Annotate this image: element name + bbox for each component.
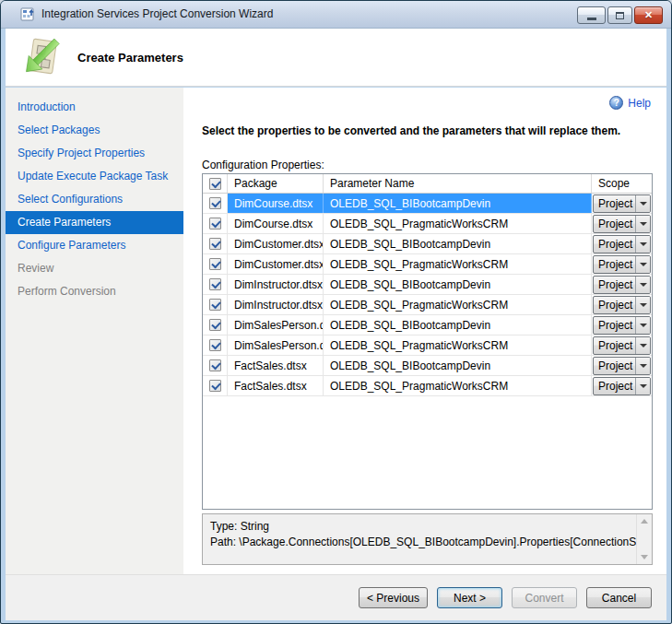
close-icon: ✕	[644, 10, 653, 20]
table-row[interactable]: DimCourse.dtsx OLEDB_SQL_PragmaticWorksC…	[203, 214, 652, 234]
row-package: DimCourse.dtsx	[228, 194, 324, 213]
row-scope-dropdown[interactable]: Project	[593, 336, 651, 355]
wizard-header: Create Parameters	[6, 29, 666, 87]
row-checkbox[interactable]	[209, 359, 221, 371]
configuration-properties-grid: Package Parameter Name Scope DimCourse.d…	[202, 173, 653, 510]
row-package: DimCustomer.dtsx	[228, 254, 324, 274]
property-type-text: Type: String	[210, 519, 630, 535]
wizard-steps-sidebar: IntroductionSelect PackagesSpecify Proje…	[6, 88, 185, 574]
row-scope-dropdown[interactable]: Project	[593, 255, 651, 274]
row-checkbox[interactable]	[209, 238, 221, 250]
scroll-up-icon[interactable]	[641, 519, 648, 524]
table-row[interactable]: DimCustomer.dtsx OLEDB_SQL_PragmaticWork…	[203, 254, 652, 275]
row-parameter: OLEDB_SQL_PragmaticWorksCRM	[324, 295, 592, 314]
row-checkbox[interactable]	[209, 278, 221, 290]
row-checkbox[interactable]	[209, 339, 221, 351]
row-checkbox[interactable]	[209, 258, 221, 270]
next-button[interactable]: Next >	[437, 587, 502, 608]
dropdown-arrow-icon[interactable]	[635, 195, 650, 212]
help-label: Help	[628, 97, 651, 110]
row-scope-value: Project	[594, 218, 635, 230]
row-checkbox-cell	[203, 275, 228, 294]
sidebar-item-perform-conversion: Perform Conversion	[6, 280, 183, 303]
sidebar-item-create-parameters[interactable]: Create Parameters	[6, 211, 183, 234]
table-row[interactable]: FactSales.dtsx OLEDB_SQL_BIBootcampDevin…	[203, 356, 652, 376]
table-row[interactable]: DimInstructor.dtsx OLEDB_SQL_PragmaticWo…	[203, 295, 652, 315]
row-scope-value: Project	[594, 319, 635, 332]
property-path-text: Path: \Package.Connections[OLEDB_SQL_BIB…	[210, 535, 630, 550]
help-link[interactable]: ? Help	[609, 96, 651, 110]
row-checkbox[interactable]	[209, 319, 221, 331]
row-checkbox[interactable]	[209, 197, 221, 209]
row-scope-cell: Project	[592, 275, 652, 294]
minimize-button[interactable]	[577, 6, 606, 24]
cancel-button[interactable]: Cancel	[586, 587, 652, 608]
row-package: DimCustomer.dtsx	[228, 234, 324, 253]
row-package: DimSalesPerson.dtsx	[228, 315, 324, 335]
table-row[interactable]: DimSalesPerson.dtsx OLEDB_SQL_PragmaticW…	[203, 336, 652, 356]
row-checkbox[interactable]	[209, 218, 221, 230]
dropdown-arrow-icon[interactable]	[635, 337, 650, 354]
sidebar-item-introduction[interactable]: Introduction	[6, 96, 183, 119]
table-row[interactable]: FactSales.dtsx OLEDB_SQL_PragmaticWorksC…	[203, 376, 652, 396]
row-scope-value: Project	[594, 278, 635, 291]
row-scope-dropdown[interactable]: Project	[593, 276, 651, 294]
sidebar-item-select-configurations[interactable]: Select Configurations	[6, 188, 183, 211]
row-scope-dropdown[interactable]: Project	[593, 357, 651, 375]
row-parameter: OLEDB_SQL_PragmaticWorksCRM	[324, 214, 592, 233]
sidebar-item-specify-project-properties[interactable]: Specify Project Properties	[6, 142, 183, 165]
maximize-icon	[616, 12, 624, 19]
row-checkbox[interactable]	[209, 299, 221, 311]
dropdown-arrow-icon[interactable]	[635, 277, 650, 293]
row-scope-dropdown[interactable]: Project	[593, 377, 651, 395]
row-scope-dropdown[interactable]: Project	[593, 316, 651, 335]
dropdown-arrow-icon[interactable]	[635, 358, 650, 374]
previous-button[interactable]: < Previous	[359, 587, 428, 608]
column-header-package[interactable]: Package	[228, 174, 324, 193]
help-icon: ?	[609, 96, 623, 110]
dropdown-arrow-icon[interactable]	[635, 236, 650, 253]
select-all-checkbox[interactable]	[209, 178, 221, 190]
title-bar[interactable]: Integration Services Project Conversion …	[1, 1, 671, 29]
dropdown-arrow-icon[interactable]	[635, 317, 650, 334]
details-scrollbar[interactable]	[636, 514, 652, 564]
row-scope-cell: Project	[592, 336, 652, 355]
sidebar-item-select-packages[interactable]: Select Packages	[6, 119, 183, 142]
dropdown-arrow-icon[interactable]	[635, 256, 650, 273]
sidebar-item-review: Review	[6, 257, 183, 280]
row-scope-dropdown[interactable]: Project	[593, 235, 651, 253]
table-row[interactable]: DimSalesPerson.dtsx OLEDB_SQL_BIBootcamp…	[203, 315, 652, 336]
row-package: DimInstructor.dtsx	[228, 275, 324, 294]
row-checkbox[interactable]	[209, 380, 221, 392]
row-scope-value: Project	[594, 197, 635, 210]
row-scope-dropdown[interactable]: Project	[593, 194, 651, 213]
dropdown-arrow-icon[interactable]	[635, 297, 650, 313]
row-scope-value: Project	[594, 299, 635, 312]
row-scope-value: Project	[594, 339, 635, 352]
column-header-scope[interactable]: Scope	[592, 174, 652, 193]
close-button[interactable]: ✕	[634, 6, 663, 24]
row-scope-cell: Project	[592, 254, 652, 274]
sidebar-item-configure-parameters[interactable]: Configure Parameters	[6, 234, 183, 257]
row-checkbox-cell	[203, 234, 228, 253]
wizard-window: Integration Services Project Conversion …	[0, 0, 672, 624]
scroll-down-icon[interactable]	[641, 555, 648, 559]
row-checkbox-cell	[203, 376, 228, 395]
row-parameter: OLEDB_SQL_BIBootcampDevin	[324, 194, 592, 213]
row-scope-dropdown[interactable]: Project	[593, 215, 651, 233]
table-row[interactable]: DimInstructor.dtsx OLEDB_SQL_BIBootcampD…	[203, 275, 652, 295]
column-header-parameter-name[interactable]: Parameter Name	[324, 174, 592, 193]
row-checkbox-cell	[203, 194, 228, 213]
minimize-icon	[587, 18, 596, 20]
row-scope-dropdown[interactable]: Project	[593, 296, 651, 314]
table-row[interactable]: DimCourse.dtsx OLEDB_SQL_BIBootcampDevin…	[203, 194, 652, 214]
instruction-text: Select the properties to be converted an…	[202, 124, 620, 137]
row-checkbox-cell	[203, 214, 228, 233]
sidebar-item-update-execute-package-task[interactable]: Update Execute Package Task	[6, 165, 183, 188]
row-scope-cell: Project	[592, 194, 652, 213]
dropdown-arrow-icon[interactable]	[635, 378, 650, 394]
maximize-button[interactable]	[607, 6, 632, 24]
dropdown-arrow-icon[interactable]	[635, 216, 650, 232]
table-row[interactable]: DimCustomer.dtsx OLEDB_SQL_BIBootcampDev…	[203, 234, 652, 254]
row-scope-value: Project	[594, 359, 635, 372]
